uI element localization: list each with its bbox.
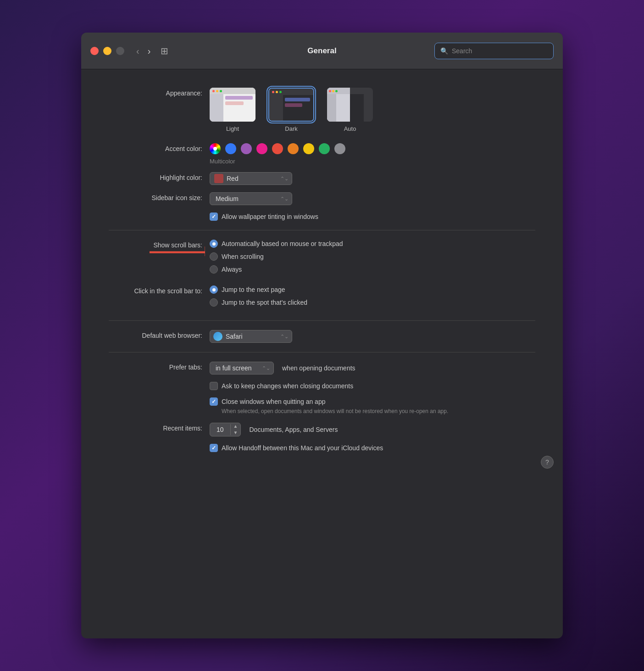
nav-buttons: ‹ › bbox=[133, 45, 153, 56]
default-browser-select-wrapper: Safari bbox=[210, 330, 292, 343]
recent-items-inline: 10 ▲ ▼ Documents, Apps, and Servers bbox=[210, 423, 338, 436]
scroll-bars-always-option[interactable]: Always bbox=[210, 265, 343, 274]
back-button[interactable]: ‹ bbox=[133, 45, 142, 56]
forward-button[interactable]: › bbox=[145, 45, 154, 56]
accent-dot-orange[interactable] bbox=[288, 143, 299, 154]
wallpaper-tinting-row: Allow wallpaper tinting in windows bbox=[109, 212, 535, 221]
accent-selected-name: Multicolor bbox=[210, 158, 345, 165]
stepper-buttons: ▲ ▼ bbox=[231, 423, 241, 436]
scroll-bars-always-radio bbox=[210, 265, 218, 274]
close-windows-checkbox[interactable]: Close windows when quitting an app bbox=[210, 397, 448, 406]
accent-dot-blue[interactable] bbox=[225, 143, 236, 154]
maximize-button[interactable] bbox=[116, 47, 124, 55]
highlight-color-select-wrapper: Red bbox=[210, 172, 292, 185]
recent-items-content: 10 ▲ ▼ Documents, Apps, and Servers bbox=[210, 423, 535, 436]
allow-handoff-checkbox-box bbox=[210, 444, 218, 452]
scroll-bars-content: Automatically based on mouse or trackpad… bbox=[210, 240, 535, 278]
wallpaper-tinting-checkbox-box bbox=[210, 212, 218, 221]
close-windows-checkbox-box bbox=[210, 397, 218, 406]
sidebar-icon-size-content: Medium bbox=[210, 192, 535, 205]
stepper-up-button[interactable]: ▲ bbox=[231, 423, 241, 430]
ask-keep-changes-checkbox-box bbox=[210, 382, 218, 390]
default-browser-select[interactable]: Safari bbox=[210, 330, 292, 343]
scroll-bars-scrolling-option[interactable]: When scrolling bbox=[210, 252, 343, 261]
allow-handoff-content: Allow Handoff between this Mac and your … bbox=[210, 444, 535, 452]
allow-handoff-row: Allow Handoff between this Mac and your … bbox=[109, 444, 535, 452]
sidebar-icon-size-select[interactable]: Medium bbox=[210, 192, 292, 205]
click-scroll-bar-next-page-option[interactable]: Jump to the next page bbox=[210, 285, 307, 294]
accent-dot-multicolor[interactable] bbox=[210, 143, 221, 154]
appearance-light-label: Light bbox=[226, 125, 239, 132]
allow-handoff-checkbox[interactable]: Allow Handoff between this Mac and your … bbox=[210, 444, 383, 452]
prefer-tabs-suffix: when opening documents bbox=[282, 364, 355, 372]
close-windows-subtext: When selected, open documents and window… bbox=[222, 408, 448, 415]
appearance-auto-label: Auto bbox=[344, 125, 356, 132]
prefer-tabs-select[interactable]: in full screen bbox=[210, 362, 274, 375]
close-windows-label-empty bbox=[109, 397, 210, 399]
appearance-option-dark[interactable]: Dark bbox=[268, 88, 314, 132]
sidebar-icon-size-label: Sidebar icon size: bbox=[109, 192, 210, 201]
wallpaper-tinting-content: Allow wallpaper tinting in windows bbox=[210, 212, 535, 221]
appearance-options: Light bbox=[210, 88, 535, 132]
accent-dots bbox=[210, 143, 345, 154]
click-scroll-bar-label: Click in the scroll bar to: bbox=[109, 285, 210, 295]
ask-keep-changes-row: Ask to keep changes when closing documen… bbox=[109, 382, 535, 390]
accent-dot-graphite[interactable] bbox=[334, 143, 345, 154]
stepper-down-button[interactable]: ▼ bbox=[231, 430, 241, 436]
scroll-bars-row: Show scroll bars: Automatically based on… bbox=[109, 240, 535, 278]
ask-keep-changes-label-empty bbox=[109, 382, 210, 384]
accent-dot-yellow[interactable] bbox=[303, 143, 314, 154]
prefer-tabs-label: Prefer tabs: bbox=[109, 362, 210, 371]
sidebar-icon-size-row: Sidebar icon size: Medium bbox=[109, 192, 535, 205]
close-button[interactable] bbox=[90, 47, 99, 55]
red-arrow-indicator bbox=[145, 243, 205, 256]
click-scroll-bar-content: Jump to the next page Jump to the spot t… bbox=[210, 285, 535, 311]
wallpaper-tinting-checkbox[interactable]: Allow wallpaper tinting in windows bbox=[210, 212, 318, 221]
search-box[interactable]: 🔍 Search bbox=[434, 43, 554, 59]
highlight-color-select[interactable]: Red bbox=[210, 172, 292, 185]
scroll-bars-auto-option[interactable]: Automatically based on mouse or trackpad bbox=[210, 240, 343, 248]
click-scroll-bar-spot-option[interactable]: Jump to the spot that's clicked bbox=[210, 298, 307, 307]
scroll-bars-radio-group: Automatically based on mouse or trackpad… bbox=[210, 240, 343, 278]
sidebar-icon-size-select-wrapper: Medium bbox=[210, 192, 292, 205]
allow-handoff-label-empty bbox=[109, 444, 210, 446]
appearance-row: Appearance: bbox=[109, 88, 535, 132]
highlight-color-row: Highlight color: Red bbox=[109, 172, 535, 185]
click-scroll-bar-next-page-radio bbox=[210, 285, 218, 294]
ask-keep-changes-content: Ask to keep changes when closing documen… bbox=[210, 382, 535, 390]
appearance-option-auto[interactable]: Auto bbox=[327, 88, 373, 132]
prefer-tabs-inline: in full screen when opening documents bbox=[210, 362, 355, 375]
appearance-dark-label: Dark bbox=[285, 125, 297, 132]
scroll-bars-always-label: Always bbox=[222, 266, 242, 273]
window-title: General bbox=[307, 46, 336, 56]
recent-items-row: Recent items: 10 ▲ ▼ Documents, Apps, an… bbox=[109, 423, 535, 436]
close-windows-content: Close windows when quitting an app When … bbox=[210, 397, 535, 415]
accent-dot-red[interactable] bbox=[272, 143, 283, 154]
ask-keep-changes-checkbox[interactable]: Ask to keep changes when closing documen… bbox=[210, 382, 353, 390]
recent-items-stepper[interactable]: 10 ▲ ▼ bbox=[210, 423, 241, 436]
traffic-lights bbox=[90, 47, 124, 55]
grid-icon[interactable]: ⊞ bbox=[161, 45, 168, 56]
prefer-tabs-select-wrapper: in full screen bbox=[210, 362, 274, 375]
accent-color-content: Multicolor bbox=[210, 143, 535, 165]
recent-items-suffix: Documents, Apps, and Servers bbox=[249, 426, 338, 433]
default-browser-content: Safari bbox=[210, 330, 535, 343]
accent-dot-green[interactable] bbox=[319, 143, 330, 154]
accent-dot-purple[interactable] bbox=[241, 143, 252, 154]
accent-color-label: Accent color: bbox=[109, 143, 210, 152]
help-button[interactable]: ? bbox=[541, 456, 554, 469]
wallpaper-tinting-label-empty bbox=[109, 212, 210, 214]
wallpaper-tinting-checkbox-label: Allow wallpaper tinting in windows bbox=[222, 213, 318, 220]
appearance-thumb-dark bbox=[268, 88, 314, 122]
system-preferences-window: ‹ › ⊞ General 🔍 Search Appearance: bbox=[81, 33, 563, 638]
scroll-bars-auto-label: Automatically based on mouse or trackpad bbox=[222, 240, 343, 247]
highlight-color-label: Highlight color: bbox=[109, 172, 210, 181]
search-icon: 🔍 bbox=[440, 47, 448, 55]
appearance-option-light[interactable]: Light bbox=[210, 88, 255, 132]
accent-dot-pink[interactable] bbox=[256, 143, 267, 154]
recent-items-value: 10 bbox=[210, 424, 231, 435]
default-browser-label: Default web browser: bbox=[109, 330, 210, 339]
appearance-label: Appearance: bbox=[109, 88, 210, 97]
minimize-button[interactable] bbox=[103, 47, 111, 55]
allow-handoff-checkbox-label: Allow Handoff between this Mac and your … bbox=[222, 444, 383, 452]
